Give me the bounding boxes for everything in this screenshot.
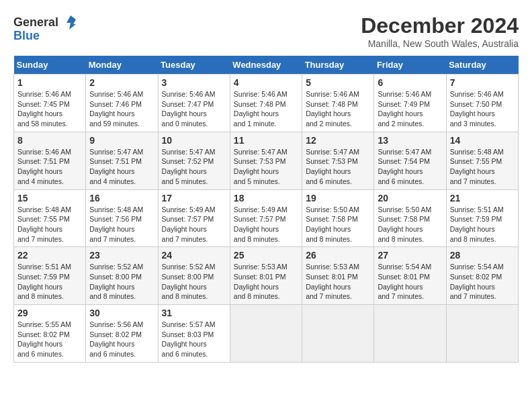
calendar-day-cell: 31 Sunrise: 5:57 AMSunset: 8:03 PMDaylig… xyxy=(158,305,230,363)
day-info: Sunrise: 5:56 AMSunset: 8:02 PMDaylight … xyxy=(89,320,154,359)
day-info: Sunrise: 5:54 AMSunset: 8:02 PMDaylight … xyxy=(450,262,515,302)
day-info: Sunrise: 5:57 AMSunset: 8:03 PMDaylight … xyxy=(162,320,226,359)
page-header: General Blue December 2024 Manilla, New … xyxy=(13,13,519,49)
day-of-week-header: Saturday xyxy=(446,56,518,75)
calendar-week-row: 8 Sunrise: 5:46 AMSunset: 7:51 PMDayligh… xyxy=(14,132,519,189)
day-number: 7 xyxy=(450,77,515,88)
day-info: Sunrise: 5:48 AMSunset: 7:56 PMDaylight … xyxy=(89,205,154,244)
calendar-week-row: 15 Sunrise: 5:48 AMSunset: 7:55 PMDaylig… xyxy=(14,189,519,247)
calendar-day-cell xyxy=(446,305,518,363)
day-number: 2 xyxy=(89,77,154,88)
day-number: 14 xyxy=(450,135,515,146)
calendar-week-row: 22 Sunrise: 5:51 AMSunset: 7:59 PMDaylig… xyxy=(14,247,519,305)
day-info: Sunrise: 5:50 AMSunset: 7:58 PMDaylight … xyxy=(306,205,370,244)
calendar-day-cell: 5 Sunrise: 5:46 AMSunset: 7:48 PMDayligh… xyxy=(302,75,374,132)
day-of-week-header: Thursday xyxy=(302,56,374,75)
calendar-day-cell: 19 Sunrise: 5:50 AMSunset: 7:58 PMDaylig… xyxy=(302,189,374,247)
day-info: Sunrise: 5:46 AMSunset: 7:49 PMDaylight … xyxy=(378,89,442,129)
calendar-day-cell: 1 Sunrise: 5:46 AMSunset: 7:45 PMDayligh… xyxy=(14,75,86,132)
day-number: 28 xyxy=(450,250,515,261)
logo-blue: Blue xyxy=(13,30,40,43)
day-number: 3 xyxy=(162,77,226,88)
day-number: 5 xyxy=(306,77,370,88)
day-info: Sunrise: 5:46 AMSunset: 7:48 PMDaylight … xyxy=(234,89,298,129)
day-number: 12 xyxy=(306,135,370,146)
day-number: 27 xyxy=(378,250,442,261)
day-number: 6 xyxy=(378,77,442,88)
day-info: Sunrise: 5:47 AMSunset: 7:51 PMDaylight … xyxy=(89,147,154,187)
day-number: 26 xyxy=(306,250,370,261)
day-number: 4 xyxy=(234,77,298,88)
logo: General Blue xyxy=(13,13,79,43)
calendar-day-cell: 29 Sunrise: 5:55 AMSunset: 8:02 PMDaylig… xyxy=(14,305,86,363)
day-number: 30 xyxy=(89,308,154,318)
day-info: Sunrise: 5:51 AMSunset: 7:59 PMDaylight … xyxy=(450,205,515,244)
day-of-week-header: Sunday xyxy=(14,56,86,75)
day-number: 25 xyxy=(234,250,298,261)
calendar-day-cell: 20 Sunrise: 5:50 AMSunset: 7:58 PMDaylig… xyxy=(374,189,446,247)
day-info: Sunrise: 5:46 AMSunset: 7:51 PMDaylight … xyxy=(17,147,82,187)
day-number: 23 xyxy=(89,250,154,261)
day-number: 18 xyxy=(234,193,298,203)
day-number: 17 xyxy=(162,193,226,203)
day-info: Sunrise: 5:46 AMSunset: 7:46 PMDaylight … xyxy=(89,89,154,129)
calendar-day-cell: 30 Sunrise: 5:56 AMSunset: 8:02 PMDaylig… xyxy=(86,305,158,363)
calendar-day-cell: 8 Sunrise: 5:46 AMSunset: 7:51 PMDayligh… xyxy=(14,132,86,189)
day-info: Sunrise: 5:53 AMSunset: 8:01 PMDaylight … xyxy=(234,262,298,302)
calendar-day-cell: 4 Sunrise: 5:46 AMSunset: 7:48 PMDayligh… xyxy=(230,75,302,132)
day-number: 9 xyxy=(89,135,154,146)
calendar-day-cell: 25 Sunrise: 5:53 AMSunset: 8:01 PMDaylig… xyxy=(230,247,302,305)
calendar-day-cell: 27 Sunrise: 5:54 AMSunset: 8:01 PMDaylig… xyxy=(374,247,446,305)
day-number: 19 xyxy=(306,193,370,203)
calendar-day-cell: 22 Sunrise: 5:51 AMSunset: 7:59 PMDaylig… xyxy=(14,247,86,305)
calendar-day-cell: 12 Sunrise: 5:47 AMSunset: 7:53 PMDaylig… xyxy=(302,132,374,189)
calendar-day-cell xyxy=(302,305,374,363)
day-number: 8 xyxy=(17,135,82,146)
svg-marker-0 xyxy=(66,15,76,30)
calendar-day-cell: 7 Sunrise: 5:46 AMSunset: 7:50 PMDayligh… xyxy=(446,75,518,132)
day-number: 20 xyxy=(378,193,442,203)
calendar-day-cell: 9 Sunrise: 5:47 AMSunset: 7:51 PMDayligh… xyxy=(86,132,158,189)
calendar-day-cell: 28 Sunrise: 5:54 AMSunset: 8:02 PMDaylig… xyxy=(446,247,518,305)
day-info: Sunrise: 5:52 AMSunset: 8:00 PMDaylight … xyxy=(162,262,226,302)
logo-general: General xyxy=(13,16,58,30)
day-number: 29 xyxy=(17,308,82,318)
day-info: Sunrise: 5:47 AMSunset: 7:52 PMDaylight … xyxy=(162,147,226,187)
calendar-day-cell: 17 Sunrise: 5:49 AMSunset: 7:57 PMDaylig… xyxy=(158,189,230,247)
day-of-week-header: Tuesday xyxy=(158,56,230,75)
calendar-week-row: 29 Sunrise: 5:55 AMSunset: 8:02 PMDaylig… xyxy=(14,305,519,363)
calendar-day-cell: 23 Sunrise: 5:52 AMSunset: 8:00 PMDaylig… xyxy=(86,247,158,305)
day-info: Sunrise: 5:47 AMSunset: 7:53 PMDaylight … xyxy=(306,147,370,187)
day-info: Sunrise: 5:49 AMSunset: 7:57 PMDaylight … xyxy=(162,205,226,244)
logo-bird-icon xyxy=(60,13,79,32)
day-number: 31 xyxy=(162,308,226,318)
calendar-day-cell: 13 Sunrise: 5:47 AMSunset: 7:54 PMDaylig… xyxy=(374,132,446,189)
calendar-day-cell: 21 Sunrise: 5:51 AMSunset: 7:59 PMDaylig… xyxy=(446,189,518,247)
calendar-day-cell: 16 Sunrise: 5:48 AMSunset: 7:56 PMDaylig… xyxy=(86,189,158,247)
day-info: Sunrise: 5:52 AMSunset: 8:00 PMDaylight … xyxy=(89,262,154,302)
day-info: Sunrise: 5:46 AMSunset: 7:47 PMDaylight … xyxy=(162,89,226,129)
day-of-week-header: Friday xyxy=(374,56,446,75)
day-info: Sunrise: 5:46 AMSunset: 7:48 PMDaylight … xyxy=(306,89,370,129)
day-info: Sunrise: 5:47 AMSunset: 7:53 PMDaylight … xyxy=(234,147,298,187)
day-info: Sunrise: 5:53 AMSunset: 8:01 PMDaylight … xyxy=(306,262,370,302)
day-number: 10 xyxy=(162,135,226,146)
day-number: 13 xyxy=(378,135,442,146)
day-number: 11 xyxy=(234,135,298,146)
calendar-header-row: SundayMondayTuesdayWednesdayThursdayFrid… xyxy=(14,56,519,75)
calendar-day-cell: 6 Sunrise: 5:46 AMSunset: 7:49 PMDayligh… xyxy=(374,75,446,132)
day-info: Sunrise: 5:48 AMSunset: 7:55 PMDaylight … xyxy=(450,147,515,187)
calendar-day-cell: 11 Sunrise: 5:47 AMSunset: 7:53 PMDaylig… xyxy=(230,132,302,189)
calendar-day-cell: 10 Sunrise: 5:47 AMSunset: 7:52 PMDaylig… xyxy=(158,132,230,189)
month-title: December 2024 xyxy=(361,13,519,38)
calendar-day-cell xyxy=(374,305,446,363)
day-number: 21 xyxy=(450,193,515,203)
title-section: December 2024 Manilla, New South Wales, … xyxy=(361,13,519,49)
calendar-table: SundayMondayTuesdayWednesdayThursdayFrid… xyxy=(13,56,519,363)
day-number: 22 xyxy=(17,250,82,261)
day-info: Sunrise: 5:46 AMSunset: 7:45 PMDaylight … xyxy=(17,89,82,129)
calendar-day-cell: 14 Sunrise: 5:48 AMSunset: 7:55 PMDaylig… xyxy=(446,132,518,189)
day-info: Sunrise: 5:55 AMSunset: 8:02 PMDaylight … xyxy=(17,320,82,359)
day-of-week-header: Monday xyxy=(86,56,158,75)
day-info: Sunrise: 5:47 AMSunset: 7:54 PMDaylight … xyxy=(378,147,442,187)
